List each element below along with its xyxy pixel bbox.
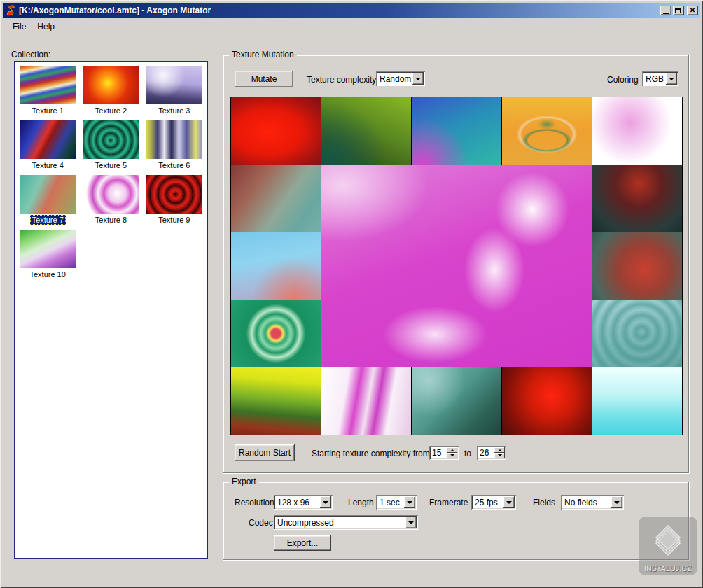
to-label: to [464,449,471,458]
app-window: [K:/AxogonMutator/cool.amtc] - Axogon Mu… [0,0,703,588]
mutation-tile[interactable] [502,97,592,164]
watermark-text: INSTALUJ.CZ [644,565,692,573]
length-value: 1 sec [376,498,403,507]
restore-button[interactable] [673,6,684,15]
complexity-from-spinner[interactable]: 15 [429,446,459,460]
resolution-label: Resolution [235,498,274,507]
coloring-value: RGB [642,74,664,84]
collection-listbox[interactable]: Texture 1 Texture 2 Texture 3 Texture 4 … [14,61,208,559]
mutation-tile[interactable] [592,232,682,300]
texture-thumbnail [146,175,202,214]
length-label: Length [348,498,374,507]
window-title: [K:/AxogonMutator/cool.amtc] - Axogon Mu… [19,6,660,15]
mutation-tile[interactable] [231,165,321,232]
collection-item[interactable]: Texture 6 [143,120,206,170]
mutation-tile[interactable] [231,300,321,368]
minimize-button[interactable] [660,6,671,15]
spin-up-button[interactable] [447,447,457,453]
codec-select[interactable]: Uncompressed [274,515,418,530]
texture-mutation-group: Texture Mutation Mutate Texture complexi… [223,55,689,473]
collection-item[interactable]: Texture 9 [143,175,206,225]
dropdown-arrow-icon[interactable] [412,73,424,85]
fields-select[interactable]: No fields [561,495,624,510]
framerate-label: Framerate [429,498,468,507]
complexity-from-value: 15 [429,448,445,458]
mutation-tile[interactable] [231,368,321,435]
collection-item[interactable]: Texture 10 [16,230,79,279]
texture-thumbnail [20,66,76,104]
framerate-select[interactable]: 25 fps [471,495,516,510]
mutation-tile[interactable] [321,97,411,164]
mutation-center-preview[interactable] [321,165,592,368]
codec-value: Uncompressed [274,518,404,528]
minimize-icon [663,13,669,14]
dropdown-arrow-icon[interactable] [503,496,515,508]
menu-bar: File Help [3,18,700,35]
random-start-button[interactable]: Random Start [235,444,295,461]
dropdown-arrow-icon[interactable] [611,496,622,508]
mutation-tile[interactable] [592,368,682,435]
texture-label: Texture 2 [93,106,129,115]
texture-label: Texture 8 [93,215,129,225]
resolution-value: 128 x 96 [274,498,319,507]
collection-item[interactable]: Texture 5 [79,120,142,170]
dropdown-arrow-icon[interactable] [405,517,417,528]
collection-item[interactable]: Texture 7 [16,175,79,225]
mutation-tile[interactable] [231,232,321,300]
dropdown-arrow-icon[interactable] [666,73,677,85]
resolution-select[interactable]: 128 x 96 [274,495,333,510]
mutation-tile[interactable] [321,368,411,435]
texture-complexity-label: Texture complexity [307,75,376,85]
texture-label: Texture 7 [30,215,66,225]
mutation-tile[interactable] [592,165,682,232]
texture-thumbnail [146,66,202,104]
texture-label: Texture 6 [156,160,192,170]
spin-down-button[interactable] [447,453,457,458]
collection-item[interactable]: Texture 8 [79,175,142,225]
length-select[interactable]: 1 sec [376,495,417,510]
title-bar: [K:/AxogonMutator/cool.amtc] - Axogon Mu… [3,3,700,18]
collection-item[interactable]: Texture 1 [16,66,79,115]
coloring-label: Coloring [607,75,639,85]
collection-item[interactable]: Texture 4 [16,120,79,170]
spin-down-button[interactable] [494,453,505,458]
instaluj-logo-icon [648,522,688,561]
texture-thumbnail [20,175,76,214]
menu-file[interactable]: File [7,20,32,34]
collection-item[interactable]: Texture 2 [79,66,142,115]
export-button[interactable]: Export... [274,536,331,551]
texture-label: Texture 9 [156,215,192,225]
texture-thumbnail [83,175,139,214]
texture-label: Texture 5 [93,160,129,170]
close-button[interactable]: ✕ [687,6,698,15]
app-icon[interactable] [5,5,16,16]
mutation-grid [230,97,683,435]
mutation-tile[interactable] [592,97,682,164]
fields-label: Fields [533,498,555,507]
mutate-button[interactable]: Mutate [235,71,293,88]
mutation-tile[interactable] [412,97,501,164]
collection-item[interactable]: Texture 3 [143,66,206,115]
texture-label: Texture 3 [156,106,192,115]
texture-thumbnail [20,230,76,268]
dropdown-arrow-icon[interactable] [320,496,331,508]
dropdown-arrow-icon[interactable] [404,496,415,508]
texture-thumbnail [20,120,76,159]
texture-complexity-select[interactable]: Random [376,71,425,86]
mutation-tile[interactable] [412,368,501,435]
codec-label: Codec [249,518,273,528]
spin-up-button[interactable] [494,447,505,453]
menu-help[interactable]: Help [32,20,60,34]
texture-label: Texture 1 [30,106,66,115]
complexity-to-spinner[interactable]: 26 [477,446,506,460]
mutation-tile[interactable] [592,300,682,368]
framerate-value: 25 fps [471,498,502,507]
export-group-title: Export [229,477,259,486]
coloring-select[interactable]: RGB [642,71,678,86]
mutation-tile[interactable] [502,368,592,435]
texture-thumbnail [146,120,202,159]
starting-complexity-label: Starting texture complexity from [312,449,430,458]
fields-value: No fields [561,498,610,507]
mutation-tile[interactable] [231,97,321,164]
close-icon: ✕ [690,7,695,14]
